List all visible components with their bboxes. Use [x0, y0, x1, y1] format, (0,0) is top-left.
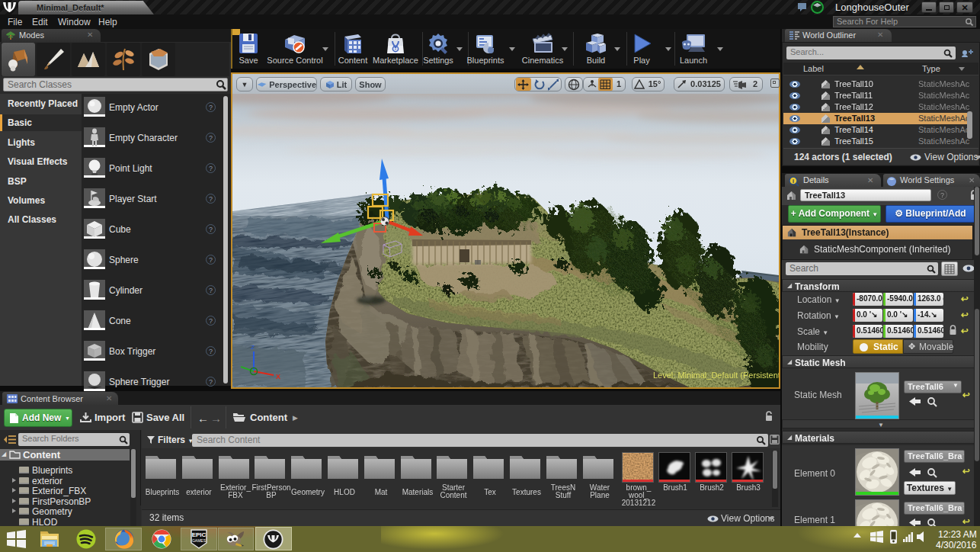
svg-text:GAMES: GAMES [192, 538, 207, 543]
svg-text:i: i [793, 178, 794, 185]
svg-text:EPIC: EPIC [192, 531, 207, 538]
svg-text:X: X [276, 373, 280, 380]
svg-text:Z: Z [251, 344, 255, 351]
svg-text:Level: Minimal_Default (Persi: Level: Minimal_Default (Persistent) [653, 371, 779, 380]
